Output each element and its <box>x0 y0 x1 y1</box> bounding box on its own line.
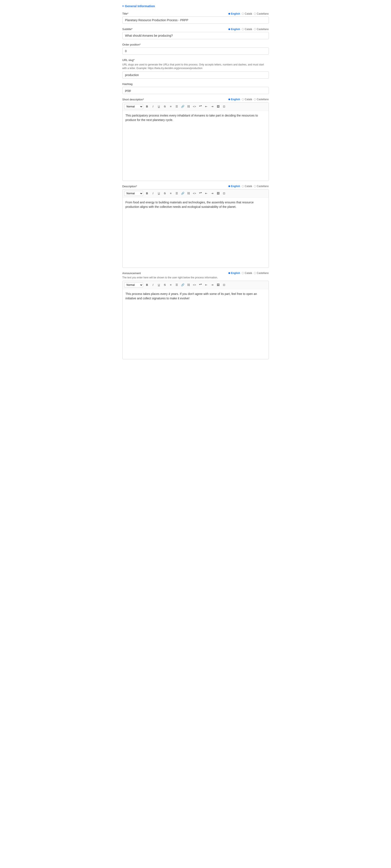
description-lang-english[interactable]: English <box>228 185 240 188</box>
description-lang-catala[interactable]: Català <box>242 185 252 188</box>
announcement-underline-button[interactable]: U <box>156 282 162 288</box>
short-description-quote-button[interactable]: ❝❞ <box>198 104 203 109</box>
english-dot-icon <box>228 28 230 30</box>
order-position-input[interactable] <box>122 48 269 55</box>
subtitle-input[interactable] <box>122 32 269 39</box>
subtitle-label-row: Subtitle* English Català Castellano <box>122 28 269 31</box>
announcement-indent-button[interactable]: ⇥ <box>209 282 215 288</box>
description-unlink-button[interactable]: ⛓ <box>186 191 191 196</box>
announcement-format-select[interactable]: Normal Heading 1 Heading 2 Heading 3 <box>124 282 143 287</box>
description-italic-button[interactable]: I <box>150 191 156 196</box>
announcement-lang-selector: English Català Castellano <box>228 272 269 275</box>
announcement-ordered-list-button[interactable]: ≡ <box>168 282 173 288</box>
description-embed-button[interactable]: ⊡ <box>222 191 227 196</box>
hashtag-field-group: Hashtag <box>122 83 269 94</box>
description-link-button[interactable]: 🔗 <box>180 191 186 196</box>
subtitle-lang-catala[interactable]: Català <box>242 28 252 31</box>
hashtag-label-row: Hashtag <box>122 83 269 86</box>
description-content[interactable]: From food and energy to building materia… <box>123 198 269 268</box>
castellano-radio-icon <box>254 13 256 15</box>
description-indent-button[interactable]: ⇥ <box>209 191 215 196</box>
english-dot-icon <box>228 98 230 100</box>
announcement-lang-castellano[interactable]: Castellano <box>254 272 269 275</box>
description-quote-button[interactable]: ❝❞ <box>198 191 203 196</box>
description-label: Description* <box>122 185 137 188</box>
short-description-content[interactable]: This participatory process invites every… <box>123 111 269 181</box>
url-slug-label: URL slug* <box>122 59 135 62</box>
castellano-radio-icon <box>254 28 256 30</box>
announcement-embed-button[interactable]: ⊡ <box>222 282 227 288</box>
announcement-image-button[interactable]: 🖼 <box>216 282 221 288</box>
announcement-label: Announcement <box>122 272 141 275</box>
url-slug-input[interactable] <box>122 71 269 79</box>
description-editor: Normal Heading 1 Heading 2 Heading 3 B I… <box>122 189 269 268</box>
short-description-underline-button[interactable]: U <box>156 104 162 109</box>
announcement-quote-button[interactable]: ❝❞ <box>198 282 203 288</box>
section-header-general-information[interactable]: ▾ General Information <box>122 4 269 8</box>
announcement-outdent-button[interactable]: ⇤ <box>204 282 209 288</box>
short-description-unlink-button[interactable]: ⛓ <box>186 104 191 109</box>
description-lang-castellano[interactable]: Castellano <box>254 185 269 188</box>
title-lang-selector: English Català Castellano <box>228 12 269 15</box>
announcement-editor: Normal Heading 1 Heading 2 Heading 3 B I… <box>122 281 269 359</box>
short-description-ordered-list-button[interactable]: ≡ <box>168 104 173 109</box>
description-strikethrough-button[interactable]: S <box>162 191 168 196</box>
hashtag-label: Hashtag <box>122 83 132 86</box>
english-dot-icon <box>228 13 230 14</box>
title-lang-castellano[interactable]: Castellano <box>254 12 269 15</box>
section-title: General Information <box>125 4 155 8</box>
short-description-lang-catala[interactable]: Català <box>242 98 252 101</box>
title-lang-catala[interactable]: Català <box>242 12 252 15</box>
title-input[interactable] <box>122 17 269 24</box>
hashtag-input[interactable] <box>122 87 269 94</box>
short-description-indent-button[interactable]: ⇥ <box>209 104 215 109</box>
short-description-lang-castellano[interactable]: Castellano <box>254 98 269 101</box>
catala-radio-icon <box>242 28 244 30</box>
short-description-code-button[interactable]: <> <box>192 104 197 109</box>
announcement-bold-button[interactable]: B <box>144 282 150 288</box>
short-description-outdent-button[interactable]: ⇤ <box>204 104 209 109</box>
announcement-strikethrough-button[interactable]: S <box>162 282 168 288</box>
english-dot-icon <box>228 185 230 187</box>
announcement-code-button[interactable]: <> <box>192 282 197 288</box>
short-description-link-button[interactable]: 🔗 <box>180 104 186 109</box>
description-underline-button[interactable]: U <box>156 191 162 196</box>
short-description-editor: Normal Heading 1 Heading 2 Heading 3 B I… <box>122 102 269 181</box>
short-description-lang-english[interactable]: English <box>228 98 240 101</box>
description-bold-button[interactable]: B <box>144 191 150 196</box>
short-description-strikethrough-button[interactable]: S <box>162 104 168 109</box>
short-description-label-row: Short description* English Català Castel… <box>122 98 269 101</box>
subtitle-label: Subtitle* <box>122 28 132 31</box>
subtitle-lang-english[interactable]: English <box>228 28 240 31</box>
description-outdent-button[interactable]: ⇤ <box>204 191 209 196</box>
title-lang-english[interactable]: English <box>228 12 240 15</box>
short-description-embed-button[interactable]: ⊡ <box>222 104 227 109</box>
catala-radio-icon <box>242 13 244 15</box>
description-format-select[interactable]: Normal Heading 1 Heading 2 Heading 3 <box>124 191 143 196</box>
announcement-lang-catala[interactable]: Català <box>242 272 252 275</box>
catala-radio-icon <box>242 185 244 187</box>
short-description-format-select[interactable]: Normal Heading 1 Heading 2 Heading 3 <box>124 104 143 109</box>
announcement-italic-button[interactable]: I <box>150 282 156 288</box>
short-description-lang-selector: English Català Castellano <box>228 98 269 101</box>
announcement-unlink-button[interactable]: ⛓ <box>186 282 191 288</box>
description-code-button[interactable]: <> <box>192 191 197 196</box>
description-image-button[interactable]: 🖼 <box>216 191 221 196</box>
announcement-link-button[interactable]: 🔗 <box>180 282 186 288</box>
description-unordered-list-button[interactable]: ☰ <box>174 191 180 196</box>
short-description-label: Short description* <box>122 98 144 101</box>
castellano-radio-icon <box>254 272 256 274</box>
announcement-unordered-list-button[interactable]: ☰ <box>174 282 180 288</box>
short-description-italic-button[interactable]: I <box>150 104 156 109</box>
short-description-unordered-list-button[interactable]: ☰ <box>174 104 180 109</box>
title-label: Title* <box>122 12 129 15</box>
english-dot-icon <box>228 272 230 274</box>
subtitle-field-group: Subtitle* English Català Castellano <box>122 28 269 39</box>
announcement-lang-english[interactable]: English <box>228 272 240 275</box>
subtitle-lang-castellano[interactable]: Castellano <box>254 28 269 31</box>
description-ordered-list-button[interactable]: ≡ <box>168 191 173 196</box>
short-description-image-button[interactable]: 🖼 <box>216 104 221 109</box>
short-description-bold-button[interactable]: B <box>144 104 150 109</box>
order-position-label: Order position* <box>122 43 141 46</box>
announcement-content[interactable]: This process takes places every 4 years.… <box>123 289 269 359</box>
